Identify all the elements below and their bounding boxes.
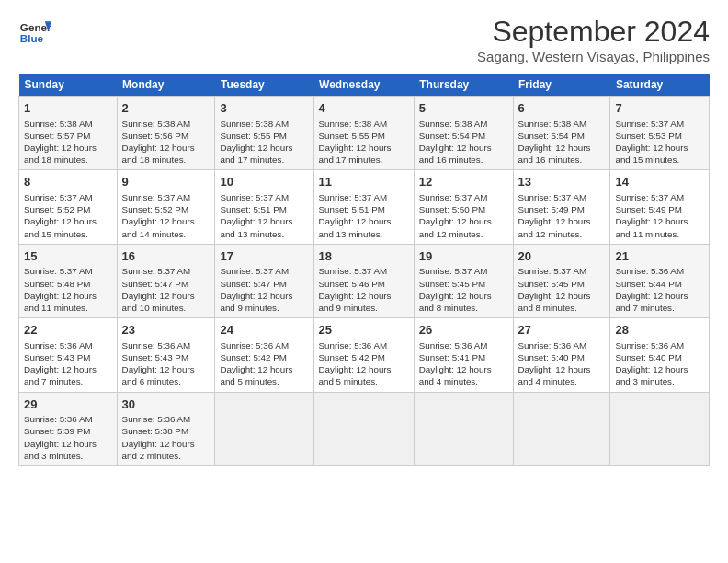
day-number: 26 (419, 322, 508, 339)
day-number: 4 (319, 100, 409, 117)
day-number: 30 (122, 396, 210, 413)
calendar-day: 11Sunrise: 5:37 AM Sunset: 5:51 PM Dayli… (313, 170, 414, 244)
day-detail: Sunrise: 5:37 AM Sunset: 5:52 PM Dayligh… (122, 191, 210, 240)
header-tuesday: Tuesday (215, 74, 313, 97)
day-number: 20 (518, 248, 606, 265)
calendar-day: 25Sunrise: 5:36 AM Sunset: 5:42 PM Dayli… (313, 318, 414, 392)
calendar-day: 12Sunrise: 5:37 AM Sunset: 5:50 PM Dayli… (414, 170, 513, 244)
day-number: 1 (24, 100, 112, 117)
day-number: 17 (220, 248, 308, 265)
day-number: 29 (24, 396, 112, 413)
calendar-week-4: 22Sunrise: 5:36 AM Sunset: 5:43 PM Dayli… (19, 318, 710, 392)
title-block: September 2024 Sagang, Western Visayas, … (477, 15, 710, 64)
day-detail: Sunrise: 5:37 AM Sunset: 5:49 PM Dayligh… (518, 191, 606, 240)
calendar-day (513, 392, 610, 465)
calendar-week-2: 8Sunrise: 5:37 AM Sunset: 5:52 PM Daylig… (19, 170, 710, 244)
day-detail: Sunrise: 5:38 AM Sunset: 5:54 PM Dayligh… (518, 118, 606, 167)
calendar-day: 18Sunrise: 5:37 AM Sunset: 5:46 PM Dayli… (313, 244, 414, 317)
day-detail: Sunrise: 5:37 AM Sunset: 5:51 PM Dayligh… (220, 191, 308, 240)
calendar-table: Sunday Monday Tuesday Wednesday Thursday… (18, 74, 710, 466)
day-detail: Sunrise: 5:37 AM Sunset: 5:52 PM Dayligh… (24, 191, 112, 240)
day-number: 24 (220, 322, 308, 339)
day-number: 22 (24, 322, 112, 339)
location: Sagang, Western Visayas, Philippines (477, 49, 710, 64)
day-detail: Sunrise: 5:37 AM Sunset: 5:49 PM Dayligh… (615, 191, 704, 240)
day-detail: Sunrise: 5:38 AM Sunset: 5:55 PM Dayligh… (220, 118, 308, 167)
header-thursday: Thursday (414, 74, 513, 97)
logo-icon: General Blue (18, 15, 51, 48)
day-number: 14 (615, 174, 704, 190)
day-number: 2 (122, 100, 210, 117)
day-detail: Sunrise: 5:37 AM Sunset: 5:47 PM Dayligh… (122, 265, 210, 314)
month-title: September 2024 (477, 15, 710, 49)
day-number: 12 (419, 174, 508, 190)
calendar-day (313, 392, 414, 465)
header: General Blue September 2024 Sagang, West… (18, 15, 710, 64)
day-number: 25 (319, 322, 409, 339)
day-number: 23 (122, 322, 210, 339)
day-detail: Sunrise: 5:36 AM Sunset: 5:42 PM Dayligh… (220, 339, 308, 388)
calendar-day (215, 392, 313, 465)
day-number: 10 (220, 174, 308, 190)
day-detail: Sunrise: 5:37 AM Sunset: 5:50 PM Dayligh… (419, 191, 508, 240)
calendar-day: 14Sunrise: 5:37 AM Sunset: 5:49 PM Dayli… (610, 170, 710, 244)
calendar-day: 6Sunrise: 5:38 AM Sunset: 5:54 PM Daylig… (513, 97, 610, 170)
logo: General Blue (18, 15, 51, 48)
day-detail: Sunrise: 5:37 AM Sunset: 5:46 PM Dayligh… (319, 265, 409, 314)
calendar-day: 30Sunrise: 5:36 AM Sunset: 5:38 PM Dayli… (117, 392, 215, 465)
day-number: 28 (615, 322, 704, 339)
day-detail: Sunrise: 5:36 AM Sunset: 5:38 PM Dayligh… (122, 413, 210, 462)
day-number: 18 (319, 248, 409, 265)
calendar-day: 17Sunrise: 5:37 AM Sunset: 5:47 PM Dayli… (215, 244, 313, 317)
day-number: 5 (419, 100, 508, 117)
calendar-day: 16Sunrise: 5:37 AM Sunset: 5:47 PM Dayli… (117, 244, 215, 317)
day-detail: Sunrise: 5:38 AM Sunset: 5:56 PM Dayligh… (122, 118, 210, 167)
day-detail: Sunrise: 5:36 AM Sunset: 5:43 PM Dayligh… (122, 339, 210, 388)
day-number: 19 (419, 248, 508, 265)
day-number: 3 (220, 100, 308, 117)
day-number: 11 (319, 174, 409, 190)
day-detail: Sunrise: 5:36 AM Sunset: 5:41 PM Dayligh… (419, 339, 508, 388)
day-detail: Sunrise: 5:36 AM Sunset: 5:40 PM Dayligh… (518, 339, 606, 388)
calendar-day: 21Sunrise: 5:36 AM Sunset: 5:44 PM Dayli… (610, 244, 710, 317)
calendar-day: 10Sunrise: 5:37 AM Sunset: 5:51 PM Dayli… (215, 170, 313, 244)
day-detail: Sunrise: 5:37 AM Sunset: 5:53 PM Dayligh… (615, 118, 704, 167)
day-detail: Sunrise: 5:37 AM Sunset: 5:47 PM Dayligh… (220, 265, 308, 314)
day-detail: Sunrise: 5:36 AM Sunset: 5:42 PM Dayligh… (319, 339, 409, 388)
header-saturday: Saturday (610, 74, 710, 97)
header-sunday: Sunday (19, 74, 118, 97)
calendar-week-3: 15Sunrise: 5:37 AM Sunset: 5:48 PM Dayli… (19, 244, 710, 317)
day-number: 9 (122, 174, 210, 190)
day-detail: Sunrise: 5:38 AM Sunset: 5:57 PM Dayligh… (24, 118, 112, 167)
day-detail: Sunrise: 5:37 AM Sunset: 5:48 PM Dayligh… (24, 265, 112, 314)
calendar-day: 24Sunrise: 5:36 AM Sunset: 5:42 PM Dayli… (215, 318, 313, 392)
calendar-day: 19Sunrise: 5:37 AM Sunset: 5:45 PM Dayli… (414, 244, 513, 317)
header-friday: Friday (513, 74, 610, 97)
calendar-week-5: 29Sunrise: 5:36 AM Sunset: 5:39 PM Dayli… (19, 392, 710, 465)
calendar-header-row: Sunday Monday Tuesday Wednesday Thursday… (19, 74, 710, 97)
day-number: 15 (24, 248, 112, 265)
day-number: 16 (122, 248, 210, 265)
day-detail: Sunrise: 5:36 AM Sunset: 5:43 PM Dayligh… (24, 339, 112, 388)
day-detail: Sunrise: 5:38 AM Sunset: 5:55 PM Dayligh… (319, 118, 409, 167)
calendar-day: 4Sunrise: 5:38 AM Sunset: 5:55 PM Daylig… (313, 97, 414, 170)
day-detail: Sunrise: 5:38 AM Sunset: 5:54 PM Dayligh… (419, 118, 508, 167)
calendar-day: 20Sunrise: 5:37 AM Sunset: 5:45 PM Dayli… (513, 244, 610, 317)
calendar-day (414, 392, 513, 465)
day-detail: Sunrise: 5:36 AM Sunset: 5:44 PM Dayligh… (615, 265, 704, 314)
calendar-day: 1Sunrise: 5:38 AM Sunset: 5:57 PM Daylig… (19, 97, 118, 170)
header-wednesday: Wednesday (313, 74, 414, 97)
day-number: 6 (518, 100, 606, 117)
calendar-day: 8Sunrise: 5:37 AM Sunset: 5:52 PM Daylig… (19, 170, 118, 244)
day-detail: Sunrise: 5:37 AM Sunset: 5:45 PM Dayligh… (518, 265, 606, 314)
calendar-day (610, 392, 710, 465)
day-number: 21 (615, 248, 704, 265)
calendar-day: 13Sunrise: 5:37 AM Sunset: 5:49 PM Dayli… (513, 170, 610, 244)
calendar-day: 28Sunrise: 5:36 AM Sunset: 5:40 PM Dayli… (610, 318, 710, 392)
calendar-day: 5Sunrise: 5:38 AM Sunset: 5:54 PM Daylig… (414, 97, 513, 170)
page-container: General Blue September 2024 Sagang, West… (0, 0, 728, 476)
svg-text:Blue: Blue (20, 32, 44, 44)
day-detail: Sunrise: 5:37 AM Sunset: 5:51 PM Dayligh… (319, 191, 409, 240)
calendar-day: 26Sunrise: 5:36 AM Sunset: 5:41 PM Dayli… (414, 318, 513, 392)
day-number: 8 (24, 174, 112, 190)
